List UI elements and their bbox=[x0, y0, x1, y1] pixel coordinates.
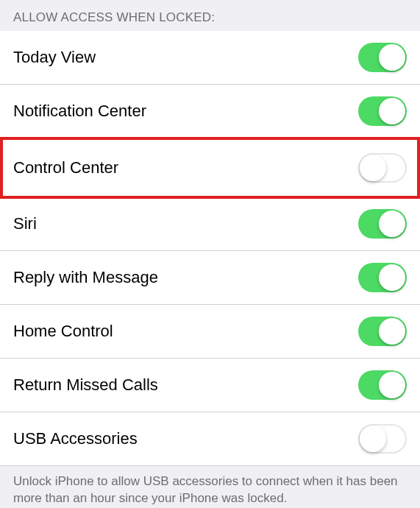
toggle-switch[interactable] bbox=[358, 317, 407, 346]
settings-row-label: Siri bbox=[13, 214, 37, 233]
toggle-knob bbox=[360, 426, 386, 452]
settings-row-label: Today View bbox=[13, 48, 96, 67]
settings-row-label: USB Accessories bbox=[13, 429, 138, 448]
settings-row-label: Return Missed Calls bbox=[13, 375, 158, 395]
toggle-knob bbox=[379, 211, 405, 237]
settings-row-label: Home Control bbox=[13, 322, 113, 341]
toggle-knob bbox=[379, 44, 405, 71]
settings-row: Home Control bbox=[0, 305, 420, 359]
section-header: Allow Access When Locked: bbox=[0, 0, 420, 31]
settings-row-label: Reply with Message bbox=[13, 268, 158, 287]
settings-row: Siri bbox=[0, 197, 420, 251]
toggle-switch[interactable] bbox=[358, 263, 407, 292]
toggle-switch[interactable] bbox=[358, 370, 407, 400]
toggle-switch[interactable] bbox=[358, 153, 407, 183]
toggle-knob bbox=[379, 98, 405, 124]
toggle-knob bbox=[379, 264, 405, 291]
toggle-switch[interactable] bbox=[358, 424, 407, 454]
toggle-switch[interactable] bbox=[358, 96, 407, 126]
settings-row: Today View bbox=[0, 31, 420, 85]
toggle-switch[interactable] bbox=[358, 209, 407, 239]
settings-row-label: Notification Center bbox=[13, 102, 146, 121]
toggle-knob bbox=[379, 318, 405, 345]
settings-row: Return Missed Calls bbox=[0, 359, 420, 412]
settings-row-label: Control Center bbox=[13, 158, 118, 177]
settings-row: Notification Center bbox=[0, 85, 420, 138]
toggle-knob bbox=[379, 372, 405, 398]
toggle-switch[interactable] bbox=[358, 43, 407, 72]
settings-row: USB Accessories bbox=[0, 412, 420, 466]
toggle-knob bbox=[360, 155, 386, 181]
settings-list: Today ViewNotification CenterControl Cen… bbox=[0, 31, 420, 466]
section-footer: Unlock iPhone to allow USB accessories t… bbox=[0, 466, 420, 508]
settings-row: Reply with Message bbox=[0, 251, 420, 305]
settings-row: Control Center bbox=[0, 137, 420, 199]
